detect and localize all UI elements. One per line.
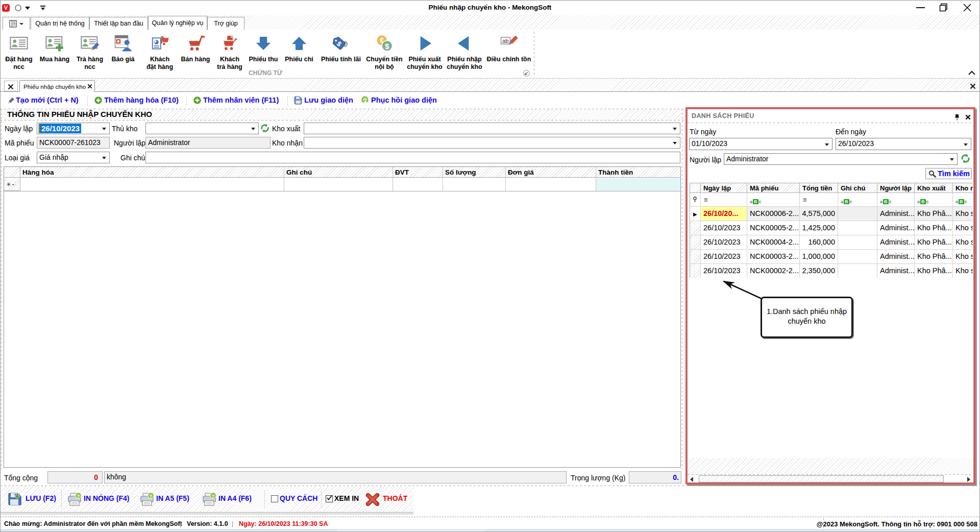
svg-text:?: ? [212,493,215,499]
svg-text:ab: ab [502,38,509,44]
svg-text:?: ? [150,493,153,499]
svg-text:$: $ [385,42,389,51]
svg-text:?: ? [77,493,80,499]
